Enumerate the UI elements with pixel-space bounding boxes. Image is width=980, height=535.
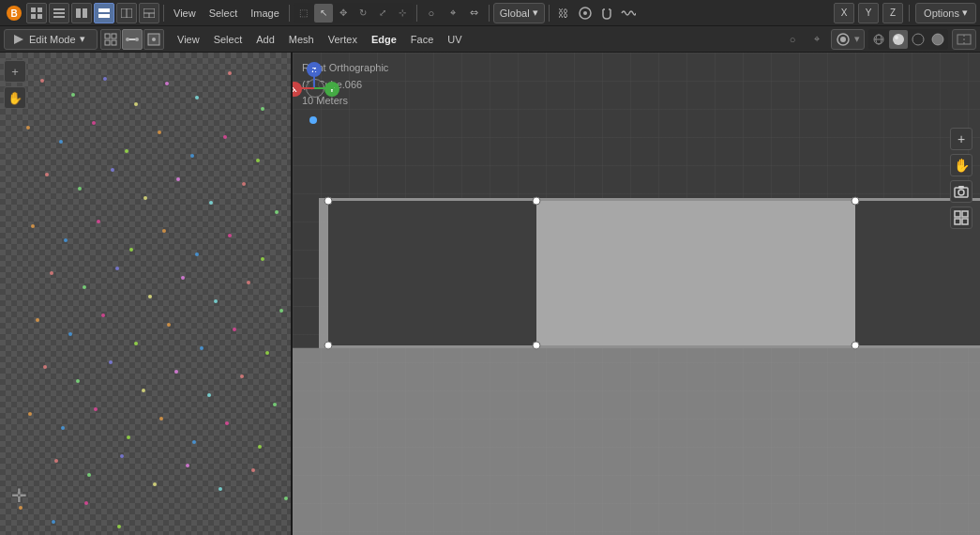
snap-icon[interactable]: ⌖ (443, 3, 463, 23)
svg-rect-5 (38, 14, 42, 19)
view-menu-item[interactable]: View (171, 32, 206, 47)
add-menu-item[interactable]: Add (249, 32, 281, 47)
svg-point-108 (87, 473, 91, 477)
svg-point-99 (28, 412, 32, 416)
svg-point-44 (71, 93, 75, 97)
mesh-menu-item[interactable]: Mesh (282, 32, 321, 47)
uv-view-menu[interactable]: View (168, 3, 202, 23)
axis-y-btn[interactable]: Y (858, 3, 879, 23)
svg-rect-140 (962, 211, 968, 217)
magnet-icon[interactable] (596, 3, 617, 23)
options-button[interactable]: Options ▾ (915, 3, 976, 23)
overlay-btn[interactable]: ▾ (831, 29, 865, 50)
svg-point-35 (893, 34, 904, 45)
blender-logo-icon[interactable]: B (4, 3, 24, 23)
svg-point-19 (583, 11, 587, 15)
cursor-icon[interactable]: ↖ (314, 4, 333, 23)
svg-point-49 (228, 71, 232, 75)
separator-2 (289, 5, 290, 22)
3d-viewport[interactable]: Right Orthographic (1) Cube.066 10 Meter… (293, 53, 980, 535)
extra-icons: ⛓ (553, 3, 639, 23)
viewport-gizmo: Z Y X (293, 60, 341, 116)
layout-icon-4[interactable] (94, 3, 114, 23)
svg-point-64 (209, 201, 213, 205)
svg-point-103 (159, 417, 163, 420)
vertex-mode-btn[interactable] (100, 29, 121, 50)
layout-icon-3[interactable] (71, 3, 92, 23)
main-content-area: + ✋ ✛ Right Orthographic (1) Cube.066 10… (0, 53, 980, 535)
svg-point-102 (127, 436, 130, 439)
uv-hand-tool[interactable]: ✋ (4, 86, 26, 109)
svg-rect-9 (76, 8, 81, 18)
svg-point-78 (148, 295, 152, 298)
svg-rect-12 (98, 14, 110, 18)
uv-cursor-tool[interactable]: + (4, 60, 26, 83)
svg-rect-11 (98, 8, 110, 12)
snap-edit-icon[interactable]: ⌖ (807, 29, 827, 50)
extra-icon-2[interactable] (575, 3, 596, 23)
box-select-icon[interactable]: ⬚ (294, 4, 313, 23)
svg-rect-21 (105, 34, 110, 38)
hand-tool-btn[interactable]: ✋ (950, 154, 972, 176)
solid-shading-btn[interactable] (889, 30, 908, 49)
svg-point-82 (279, 309, 283, 313)
rotate-icon[interactable]: ↻ (354, 4, 372, 23)
svg-point-79 (181, 276, 185, 280)
gizmo-extra-dot[interactable] (309, 116, 317, 124)
svg-point-51 (26, 126, 30, 130)
proportional-edit-icon[interactable]: ○ (782, 29, 803, 50)
uv-left-tools: + ✋ (4, 60, 26, 109)
uv-menu-item[interactable]: UV (441, 32, 468, 47)
svg-point-31 (840, 37, 846, 42)
material-shading-btn[interactable] (909, 30, 927, 49)
uv-select-menu[interactable]: Select (204, 3, 244, 23)
mirror-icon[interactable]: ⇔ (464, 3, 485, 23)
svg-point-86 (134, 342, 138, 345)
svg-point-52 (59, 140, 63, 144)
proportional-icon[interactable]: ○ (421, 3, 442, 23)
svg-rect-4 (31, 14, 36, 19)
svg-point-63 (176, 177, 180, 181)
svg-point-87 (167, 323, 171, 327)
svg-point-107 (54, 459, 58, 463)
svg-point-91 (43, 365, 47, 369)
svg-point-65 (242, 182, 246, 186)
rendered-shading-btn[interactable] (928, 30, 947, 49)
mode-dropdown[interactable]: Edit Mode ▾ (4, 29, 98, 50)
camera-btn[interactable] (950, 180, 972, 203)
global-dropdown[interactable]: Global ▾ (493, 3, 545, 23)
top-right-options: X Y Z Options ▾ (834, 3, 976, 23)
wave-icon[interactable] (618, 3, 639, 23)
xray-toggle-btn[interactable] (952, 29, 976, 50)
face-mode-btn[interactable] (143, 29, 164, 50)
svg-point-97 (240, 374, 244, 378)
snapping-group: ○ ⌖ ⇔ (421, 3, 485, 23)
wireframe-shading-btn[interactable] (869, 30, 888, 49)
axis-x-btn[interactable]: X (834, 3, 854, 23)
uv-image-menu[interactable]: Image (245, 3, 285, 23)
edge-menu-item[interactable]: Edge (365, 32, 403, 47)
svg-point-72 (195, 252, 199, 256)
separator-1 (163, 5, 164, 22)
face-menu-item[interactable]: Face (404, 32, 440, 47)
axis-z-btn[interactable]: Z (882, 3, 903, 23)
zoom-in-btn[interactable]: + (950, 128, 972, 150)
layout-icon-5[interactable] (116, 3, 137, 23)
layout-icon-2[interactable] (49, 3, 69, 23)
vertex-menu-item[interactable]: Vertex (322, 32, 364, 47)
edge-mode-btn[interactable] (122, 29, 143, 50)
scale-icon[interactable]: ⤢ (373, 4, 392, 23)
svg-point-50 (261, 107, 264, 111)
transform-icon[interactable]: ⊹ (393, 4, 412, 23)
svg-point-46 (134, 102, 138, 106)
svg-rect-10 (83, 8, 87, 18)
move-icon[interactable]: ✥ (334, 4, 353, 23)
select-menu-item[interactable]: Select (207, 32, 249, 47)
layout-icon-6[interactable] (139, 3, 159, 23)
grid-btn[interactable] (950, 206, 972, 229)
uv-editor-panel: + ✋ ✛ (0, 53, 293, 535)
svg-point-74 (261, 257, 264, 261)
uv-canvas[interactable] (0, 53, 291, 535)
link-icon[interactable]: ⛓ (553, 3, 574, 23)
layout-icon-1[interactable] (26, 3, 47, 23)
